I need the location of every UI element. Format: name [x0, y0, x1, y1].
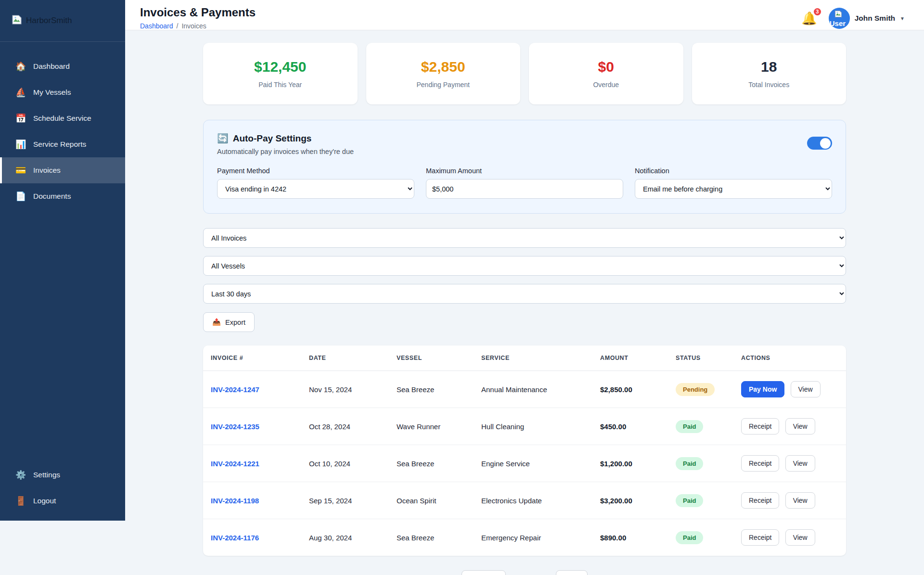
- invoices-table: INVOICE # DATE VESSEL SERVICE AMOUNT STA…: [203, 345, 846, 556]
- sidebar-item-logout[interactable]: 🚪 Logout: [0, 488, 125, 514]
- invoice-date: Oct 28, 2024: [301, 408, 389, 445]
- sidebar-item-invoices[interactable]: 💳 Invoices: [0, 157, 125, 183]
- maximum-amount-input[interactable]: [426, 179, 623, 199]
- invoice-vessel: Wave Runner: [389, 408, 474, 445]
- document-icon: 📄: [15, 191, 26, 202]
- export-icon: 📤: [212, 318, 221, 326]
- invoice-vessel: Sea Breeze: [389, 519, 474, 556]
- payment-method-select[interactable]: Visa ending in 4242: [217, 179, 414, 199]
- date-range-filter[interactable]: Last 30 days: [203, 284, 846, 304]
- invoice-date: Nov 15, 2024: [301, 371, 389, 408]
- invoice-date: Sep 15, 2024: [301, 482, 389, 519]
- calendar-icon: 📅: [15, 113, 26, 124]
- sailboat-icon: ⛵: [15, 87, 26, 98]
- chevron-down-icon: ▼: [900, 16, 905, 21]
- sidebar-item-settings[interactable]: ⚙️ Settings: [0, 462, 125, 488]
- sidebar-item-dashboard[interactable]: 🏠 Dashboard: [0, 53, 125, 79]
- sidebar: HarborSmith 🏠 Dashboard ⛵ My Vessels 📅 S…: [0, 0, 125, 521]
- notification-label: Notification: [635, 167, 832, 175]
- autopay-toggle[interactable]: [807, 137, 832, 150]
- breadcrumb-current: Invoices: [181, 22, 206, 30]
- stat-label: Total Invoices: [748, 81, 789, 89]
- autopay-subtitle: Automatically pay invoices when they're …: [217, 148, 354, 155]
- table-row: INV-2024-1235 Oct 28, 2024 Wave Runner H…: [203, 408, 846, 445]
- view-button[interactable]: View: [785, 418, 815, 434]
- home-icon: 🏠: [15, 61, 26, 72]
- sidebar-item-label: Invoices: [33, 166, 61, 175]
- invoice-service: Electronics Update: [474, 482, 592, 519]
- invoice-vessel: Sea Breeze: [389, 371, 474, 408]
- maximum-amount-label: Maximum Amount: [426, 167, 623, 175]
- invoice-service: Engine Service: [474, 445, 592, 482]
- export-label: Export: [225, 319, 245, 326]
- invoice-link[interactable]: INV-2024-1176: [211, 534, 259, 542]
- column-header-actions: ACTIONS: [733, 345, 846, 371]
- view-button[interactable]: View: [785, 492, 815, 509]
- bar-chart-icon: 📊: [15, 139, 26, 150]
- brand-alt-text: HarborSmith: [26, 16, 72, 26]
- view-button[interactable]: View: [785, 529, 815, 546]
- vessel-filter[interactable]: All Vessels: [203, 256, 846, 276]
- view-button[interactable]: View: [785, 455, 815, 472]
- broken-image-icon: [12, 14, 22, 27]
- stat-label: Pending Payment: [416, 81, 470, 89]
- export-button[interactable]: 📤 Export: [203, 312, 255, 332]
- column-header-vessel: VESSEL: [389, 345, 474, 371]
- sidebar-item-service-reports[interactable]: 📊 Service Reports: [0, 131, 125, 157]
- invoices-table-card: INVOICE # DATE VESSEL SERVICE AMOUNT STA…: [203, 345, 846, 556]
- pay-now-button[interactable]: Pay Now: [741, 381, 784, 397]
- invoice-date: Oct 10, 2024: [301, 445, 389, 482]
- status-badge: Paid: [676, 420, 703, 433]
- door-icon: 🚪: [15, 496, 26, 506]
- column-header-amount: AMOUNT: [592, 345, 668, 371]
- avatar-alt-text: User: [830, 19, 846, 27]
- notifications-button[interactable]: 🔔 3: [801, 11, 817, 26]
- receipt-button[interactable]: Receipt: [741, 418, 779, 434]
- sidebar-item-documents[interactable]: 📄 Documents: [0, 183, 125, 209]
- invoice-amount: $2,850.00: [600, 385, 632, 394]
- status-badge: Paid: [676, 494, 703, 507]
- sidebar-item-my-vessels[interactable]: ⛵ My Vessels: [0, 79, 125, 105]
- table-row: INV-2024-1221 Oct 10, 2024 Sea Breeze En…: [203, 445, 846, 482]
- autopay-title: Auto-Pay Settings: [233, 133, 312, 144]
- breadcrumb-dashboard-link[interactable]: Dashboard: [140, 22, 173, 30]
- receipt-button[interactable]: Receipt: [741, 455, 779, 472]
- stat-card-paid-this-year: $12,450 Paid This Year: [203, 43, 358, 104]
- status-badge: Paid: [676, 531, 703, 544]
- autopay-icon: 🔄: [217, 133, 229, 144]
- user-name: John Smith: [855, 14, 895, 23]
- stat-label: Overdue: [593, 81, 619, 89]
- invoice-link[interactable]: INV-2024-1247: [211, 385, 259, 394]
- invoice-status-filter[interactable]: All Invoices: [203, 228, 846, 248]
- previous-page-button[interactable]: Previous: [462, 570, 506, 575]
- stat-value: $12,450: [254, 59, 306, 75]
- invoice-link[interactable]: INV-2024-1221: [211, 460, 259, 468]
- stat-label: Paid This Year: [258, 81, 302, 89]
- app-root: HarborSmith 🏠 Dashboard ⛵ My Vessels 📅 S…: [0, 0, 924, 575]
- stat-value: 18: [761, 59, 777, 75]
- stat-value: $0: [598, 59, 614, 75]
- status-badge: Pending: [676, 383, 715, 396]
- view-button[interactable]: View: [791, 381, 821, 397]
- sidebar-item-label: Documents: [33, 192, 71, 201]
- invoice-amount: $3,200.00: [600, 497, 632, 505]
- receipt-button[interactable]: Receipt: [741, 529, 779, 546]
- sidebar-item-label: Service Reports: [33, 140, 86, 149]
- maximum-amount-group: Maximum Amount: [426, 167, 623, 199]
- notification-select[interactable]: Email me before charging: [635, 179, 832, 199]
- sidebar-item-label: Schedule Service: [33, 114, 91, 123]
- sidebar-item-schedule-service[interactable]: 📅 Schedule Service: [0, 105, 125, 131]
- receipt-button[interactable]: Receipt: [741, 492, 779, 509]
- toggle-knob: [820, 138, 831, 149]
- broken-image-icon: [834, 10, 842, 20]
- invoice-link[interactable]: INV-2024-1198: [211, 497, 259, 505]
- user-menu[interactable]: User John Smith ▼: [829, 8, 905, 29]
- invoice-service: Annual Maintenance: [474, 371, 592, 408]
- next-page-button[interactable]: Next: [556, 570, 588, 575]
- sidebar-footer: ⚙️ Settings 🚪 Logout: [0, 462, 125, 521]
- stat-card-pending-payment: $2,850 Pending Payment: [366, 43, 521, 104]
- breadcrumb: Dashboard / Invoices: [140, 22, 256, 30]
- invoice-link[interactable]: INV-2024-1235: [211, 422, 259, 431]
- top-header: Invoices & Payments Dashboard / Invoices…: [125, 0, 924, 30]
- sidebar-nav: 🏠 Dashboard ⛵ My Vessels 📅 Schedule Serv…: [0, 53, 125, 209]
